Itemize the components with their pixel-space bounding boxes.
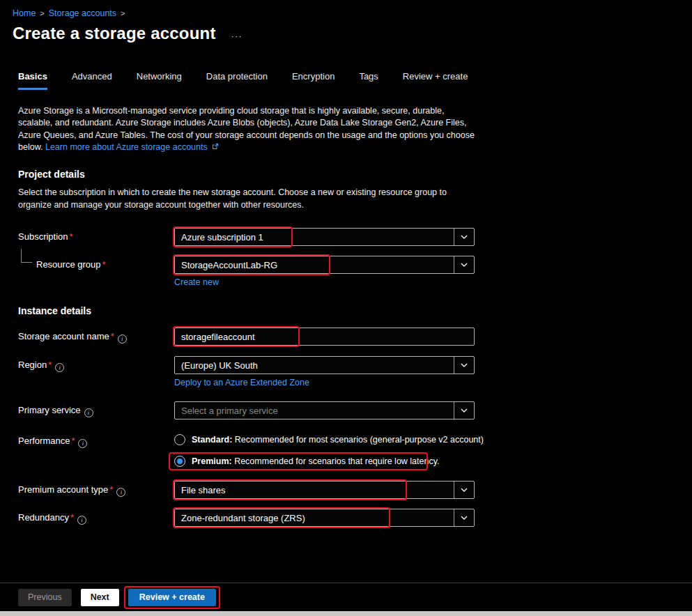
tab-networking[interactable]: Networking xyxy=(137,71,182,90)
primary-service-placeholder: Select a primary service xyxy=(175,406,454,416)
breadcrumb: Home > Storage accounts > xyxy=(13,6,679,18)
primary-service-row: Primary servicei Select a primary servic… xyxy=(18,401,679,419)
chevron-down-icon xyxy=(454,229,474,245)
performance-premium-desc: Recommended for scenarios that require l… xyxy=(232,456,440,466)
performance-label: Performance*i xyxy=(18,432,174,448)
resource-group-value: StorageAccountLab-RG xyxy=(175,260,454,270)
redundancy-dropdown[interactable]: Zone-redundant storage (ZRS) xyxy=(174,509,475,527)
info-icon[interactable]: i xyxy=(55,363,64,372)
required-marker: * xyxy=(70,512,74,523)
subscription-label: Subscription* xyxy=(18,228,174,242)
region-row: Region*i (Europe) UK South Deploy to an … xyxy=(18,356,679,387)
more-options-icon[interactable]: ··· xyxy=(231,26,243,41)
subscription-row: Subscription* Azure subscription 1 xyxy=(18,228,679,246)
next-button[interactable]: Next xyxy=(81,589,119,606)
storage-account-name-label-text: Storage account name xyxy=(18,331,109,341)
bottom-edge xyxy=(0,611,692,616)
redundancy-row: Redundancy*i Zone-redundant storage (ZRS… xyxy=(18,509,679,527)
required-marker: * xyxy=(102,259,106,270)
performance-options: Standard: Recommended for most scenarios… xyxy=(174,432,475,467)
tab-bar: Basics Advanced Networking Data protecti… xyxy=(18,71,679,90)
storage-account-name-row: Storage account name*i xyxy=(18,328,679,346)
basics-form: Subscription* Azure subscription 1 Resou… xyxy=(18,228,679,527)
radio-selected-icon[interactable] xyxy=(174,456,185,467)
performance-premium-radio[interactable]: Premium: Recommended for scenarios that … xyxy=(174,456,439,467)
performance-standard-text: Standard: Recommended for most scenarios… xyxy=(192,435,484,445)
breadcrumb-separator: > xyxy=(121,9,125,17)
chevron-down-icon xyxy=(454,357,474,374)
extended-zone-link[interactable]: Deploy to an Azure Extended Zone xyxy=(174,378,309,387)
previous-button[interactable]: Previous xyxy=(18,589,72,606)
region-label-text: Region xyxy=(18,360,47,370)
premium-account-type-label: Premium account type*i xyxy=(18,481,174,497)
tab-tags[interactable]: Tags xyxy=(359,71,378,90)
chevron-down-icon xyxy=(454,256,474,273)
required-marker: * xyxy=(111,331,114,341)
region-label: Region*i xyxy=(18,356,174,372)
required-marker: * xyxy=(71,436,75,446)
subscription-label-text: Subscription xyxy=(18,231,68,242)
primary-service-label: Primary servicei xyxy=(18,401,174,417)
redundancy-value: Zone-redundant storage (ZRS) xyxy=(175,513,454,523)
performance-standard-name: Standard: xyxy=(192,435,232,445)
tab-advanced[interactable]: Advanced xyxy=(72,71,112,90)
info-icon[interactable]: i xyxy=(78,439,87,448)
subscription-value: Azure subscription 1 xyxy=(175,232,454,242)
intro-text: Azure Storage is a Microsoft-managed ser… xyxy=(18,105,475,153)
title-row: Create a storage account ··· xyxy=(13,24,679,43)
learn-more-link[interactable]: Learn more about Azure storage accounts xyxy=(45,142,208,152)
create-storage-account-page: Home > Storage accounts > Create a stora… xyxy=(0,0,692,527)
tab-review-create[interactable]: Review + create xyxy=(403,71,468,90)
performance-premium-name: Premium: xyxy=(192,456,232,466)
performance-standard-radio[interactable]: Standard: Recommended for most scenarios… xyxy=(174,434,484,445)
chevron-down-icon xyxy=(454,402,474,419)
region-value: (Europe) UK South xyxy=(175,360,454,371)
storage-account-name-field xyxy=(174,328,475,346)
project-details-description: Select the subscription in which to crea… xyxy=(18,187,470,211)
performance-label-text: Performance xyxy=(18,436,70,446)
premium-account-type-row: Premium account type*i File shares xyxy=(18,481,679,499)
performance-standard-desc: Recommended for most scenarios (general-… xyxy=(232,435,484,445)
radio-unselected-icon[interactable] xyxy=(174,434,185,445)
redundancy-label: Redundancy*i xyxy=(18,509,174,525)
resource-group-dropdown[interactable]: StorageAccountLab-RG xyxy=(174,256,475,274)
page-title: Create a storage account xyxy=(13,24,216,43)
subscription-dropdown[interactable]: Azure subscription 1 xyxy=(174,228,475,246)
premium-account-type-value: File shares xyxy=(175,485,454,495)
resource-group-row: Resource group* StorageAccountLab-RG Cre… xyxy=(18,256,679,287)
premium-account-type-label-text: Premium account type xyxy=(18,484,108,495)
info-icon[interactable]: i xyxy=(118,334,127,344)
required-marker: * xyxy=(48,360,52,370)
tab-data-protection[interactable]: Data protection xyxy=(206,71,268,90)
chevron-down-icon xyxy=(454,482,474,498)
create-new-link[interactable]: Create new xyxy=(174,277,219,287)
footer-action-bar: Previous Next Review + create xyxy=(0,583,692,611)
resource-group-label: Resource group* xyxy=(18,256,174,270)
breadcrumb-home-link[interactable]: Home xyxy=(13,8,36,18)
required-marker: * xyxy=(70,231,73,242)
performance-row: Performance*i Standard: Recommended for … xyxy=(18,432,679,467)
info-icon[interactable]: i xyxy=(84,408,93,417)
info-icon[interactable]: i xyxy=(77,516,86,525)
info-icon[interactable]: i xyxy=(116,488,125,497)
chevron-down-icon xyxy=(454,509,474,526)
indent-connector xyxy=(21,249,32,263)
breadcrumb-storage-accounts-link[interactable]: Storage accounts xyxy=(49,8,116,18)
performance-premium-text: Premium: Recommended for scenarios that … xyxy=(192,456,439,466)
project-details-heading: Project details xyxy=(18,169,679,180)
storage-account-name-label: Storage account name*i xyxy=(18,328,174,344)
tab-encryption[interactable]: Encryption xyxy=(292,71,335,90)
primary-service-dropdown[interactable]: Select a primary service xyxy=(174,401,475,419)
review-create-label: Review + create xyxy=(139,592,205,602)
instance-details-heading: Instance details xyxy=(18,305,679,316)
resource-group-label-text: Resource group xyxy=(36,259,101,270)
redundancy-label-text: Redundancy xyxy=(18,512,69,523)
tab-basics[interactable]: Basics xyxy=(18,71,47,90)
storage-account-name-input[interactable] xyxy=(175,328,474,345)
region-dropdown[interactable]: (Europe) UK South xyxy=(174,356,475,374)
breadcrumb-separator: > xyxy=(40,9,44,17)
external-link-icon xyxy=(212,141,219,153)
premium-account-type-dropdown[interactable]: File shares xyxy=(174,481,475,499)
review-create-button[interactable]: Review + create xyxy=(128,589,216,606)
primary-service-label-text: Primary service xyxy=(18,405,81,415)
